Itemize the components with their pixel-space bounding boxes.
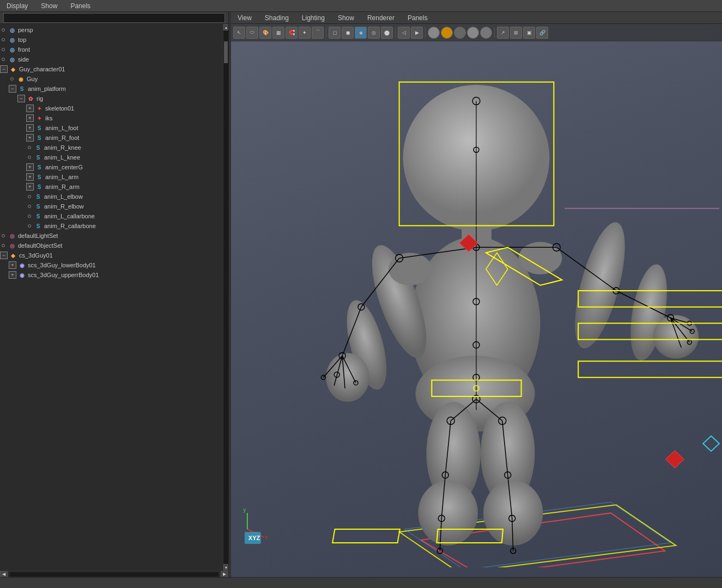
vp-tool-extra4[interactable]: 🔗 [536, 27, 548, 39]
scroll-right-btn[interactable]: ▶ [221, 571, 228, 578]
vp-res-low[interactable]: ◁ [398, 27, 410, 39]
tree-item-anim_l_arm[interactable]: +Sanim_L_arm [0, 172, 223, 182]
svg-point-8 [565, 218, 635, 353]
menu-panels[interactable]: Panels [68, 1, 93, 11]
outliner-search[interactable] [3, 13, 225, 23]
tree-item-label: anim_R_elbow [44, 203, 84, 210]
scroll-track[interactable] [223, 30, 228, 564]
vp-shading-wire[interactable]: ◻ [329, 27, 341, 39]
tree-type-icon: ◎ [8, 45, 16, 54]
tree-type-icon: ✦ [35, 114, 44, 122]
tree-item-anim_r_callarbone[interactable]: Sanim_R_callarbone [0, 221, 223, 231]
tree-type-icon: S [35, 163, 44, 171]
vp-tool-extra3[interactable]: ▣ [523, 27, 535, 39]
vp-menu-shading[interactable]: Shading [263, 13, 291, 23]
svg-text:x: x [265, 534, 268, 540]
tree-item-anim_platform[interactable]: −Sanim_platform [0, 84, 223, 94]
tree-item-anim_r_knee[interactable]: Sanim_R_knee [0, 143, 223, 152]
outliner-hscroll[interactable]: ◀ ▶ [0, 571, 228, 577]
toolbar-sep2 [395, 27, 396, 38]
tree-item-top[interactable]: ◎top [0, 35, 223, 45]
scroll-left-btn[interactable]: ◀ [0, 571, 8, 578]
tree-item-defaultlightset[interactable]: ◎defaultLightSet [0, 231, 223, 241]
vp-menu-panels[interactable]: Panels [405, 13, 430, 23]
tree-expand-btn[interactable]: + [26, 183, 34, 191]
svg-rect-72 [578, 361, 722, 377]
tree-expand-btn[interactable]: − [17, 95, 25, 102]
vp-shading-light[interactable]: ◎ [368, 27, 380, 39]
tree-item-scs_lowerbody[interactable]: +◉scs_3dGuy_lowerBody01 [0, 260, 223, 270]
tree-expand-btn[interactable]: + [26, 134, 34, 142]
tree-type-icon: S [34, 192, 43, 201]
menu-show[interactable]: Show [39, 1, 59, 11]
tree-item-iks[interactable]: +✦iks [0, 113, 223, 123]
svg-point-7 [326, 353, 369, 402]
vp-menu-renderer[interactable]: Renderer [365, 13, 397, 23]
tree-node-dot [0, 232, 8, 240]
tree-item-scs_upperbody[interactable]: +◉scs_3dGuy_upperrBody01 [0, 270, 223, 280]
vp-tool-grid[interactable]: ▦ [272, 27, 284, 39]
tree-expand-btn[interactable]: + [26, 173, 34, 181]
tree-expand-btn[interactable]: + [26, 105, 34, 112]
scroll-up-btn[interactable]: ▲ [223, 24, 228, 30]
tree-expand-btn[interactable]: + [26, 124, 34, 132]
scroll-right-btns: ▶ [221, 571, 228, 578]
vp-menu-show[interactable]: Show [336, 13, 356, 23]
vp-tool-extra2[interactable]: ⊞ [510, 27, 522, 39]
tree-item-guy[interactable]: ◉Guy [0, 74, 223, 84]
tree-item-cs_3dguy01[interactable]: −◆cs_3dGuy01 [0, 250, 223, 260]
vp-sphere-4[interactable] [467, 27, 479, 39]
viewport-3d[interactable]: x y XYZ [231, 41, 722, 577]
tree-item-guy_char[interactable]: −◆Guy_character01 [0, 64, 223, 74]
tree-item-skeleton01[interactable]: +✦skeleton01 [0, 103, 223, 113]
menu-display[interactable]: Display [4, 1, 30, 11]
vp-tool-curve[interactable]: ⌒ [312, 27, 324, 39]
scroll-down-btn[interactable]: ▼ [223, 564, 228, 571]
vp-shading-texture[interactable]: ◈ [355, 27, 367, 39]
scroll-thumb[interactable] [224, 41, 228, 63]
vp-sphere-1[interactable] [428, 27, 440, 39]
tree-expand-btn[interactable]: + [9, 261, 16, 269]
vp-sphere-5[interactable] [480, 27, 492, 39]
tree-item-anim_centerg[interactable]: +Sanim_centerG [0, 162, 223, 172]
tree-item-persp[interactable]: ◎persp [0, 25, 223, 35]
tree-item-anim_l_foot[interactable]: +Sanim_L_foot [0, 123, 223, 133]
tree-item-side[interactable]: ◎side [0, 54, 223, 64]
tree-type-icon: S [35, 124, 44, 132]
tree-expand-btn[interactable]: − [9, 85, 16, 93]
tree-item-anim_r_elbow[interactable]: Sanim_R_elbow [0, 201, 223, 211]
vp-sphere-3[interactable] [454, 27, 466, 39]
vp-sphere-2[interactable] [441, 27, 453, 39]
tree-expand-btn[interactable]: − [0, 252, 8, 259]
outliner-vscroll[interactable]: ▲ ▼ [223, 24, 228, 571]
tree-expand-btn[interactable]: − [0, 65, 8, 73]
vp-menu-lighting[interactable]: Lighting [300, 13, 327, 23]
tree-item-anim_l_callarbone[interactable]: Sanim_L_callarbone [0, 211, 223, 221]
tree-type-icon: ✦ [35, 104, 44, 113]
tree-item-anim_r_foot[interactable]: +Sanim_R_foot [0, 133, 223, 143]
tree-item-defaultobjectset[interactable]: ◎defaultObjectSet [0, 241, 223, 250]
svg-text:y: y [243, 506, 246, 513]
tree-item-anim_l_elbow[interactable]: Sanim_L_elbow [0, 192, 223, 201]
tree-expand-btn[interactable]: + [26, 114, 34, 122]
vp-tool-paint[interactable]: 🎨 [259, 27, 271, 39]
tree-node-dot [0, 36, 8, 44]
tree-item-rig[interactable]: −✿rig [0, 94, 223, 103]
vp-tool-extra1[interactable]: ↗ [497, 27, 509, 39]
hscroll-track[interactable] [10, 572, 219, 577]
vp-shading-solid[interactable]: ◼ [342, 27, 354, 39]
vp-shading-render[interactable]: ⬤ [381, 27, 393, 39]
vp-menu-view[interactable]: View [235, 13, 254, 23]
vp-res-high[interactable]: ▶ [411, 27, 423, 39]
tree-item-front[interactable]: ◎front [0, 45, 223, 54]
tree-type-icon: S [17, 84, 26, 93]
tree-expand-btn[interactable]: + [9, 271, 16, 279]
vp-tool-select[interactable]: ↖ [233, 27, 245, 39]
tree-item-anim_l_knee[interactable]: Sanim_L_knee [0, 152, 223, 162]
tree-item-anim_r_arm[interactable]: +Sanim_R_arm [0, 182, 223, 192]
vp-tool-lasso[interactable]: ⬭ [246, 27, 258, 39]
vp-tool-snap[interactable]: 🧲 [286, 27, 298, 39]
toolbar-sep4 [494, 27, 495, 38]
tree-expand-btn[interactable]: + [26, 163, 34, 171]
vp-tool-ik[interactable]: ✦ [299, 27, 311, 39]
